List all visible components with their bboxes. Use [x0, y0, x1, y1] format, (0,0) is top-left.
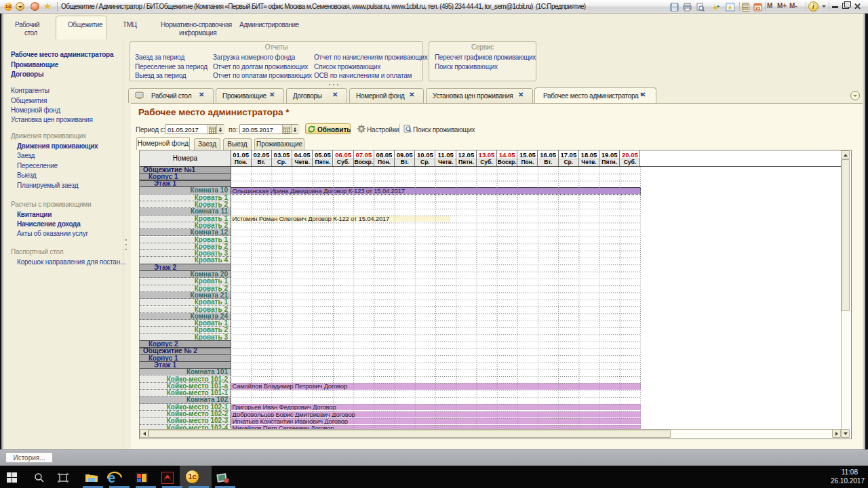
svg-text:31: 31 — [755, 6, 761, 11]
svg-text:★: ★ — [728, 4, 733, 11]
svg-text:+: + — [717, 4, 719, 9]
